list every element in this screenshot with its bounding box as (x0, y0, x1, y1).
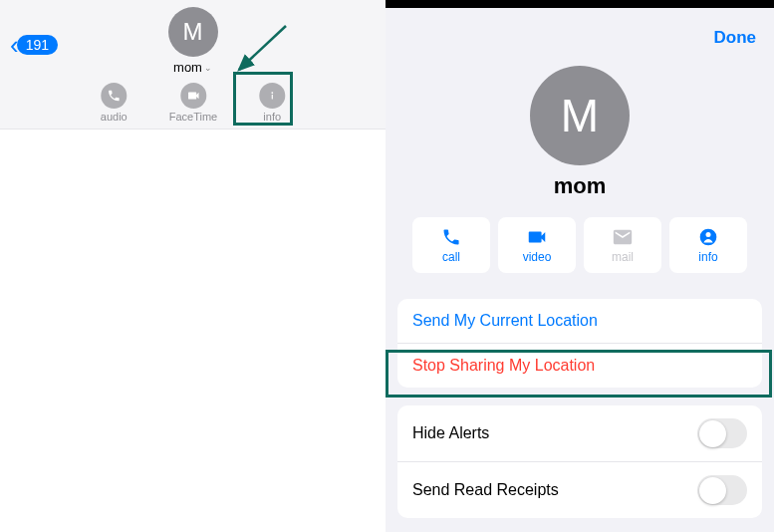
chevron-down-icon: ⌄ (204, 63, 212, 73)
contact-name: mom (386, 173, 774, 199)
svg-line-2 (239, 26, 286, 70)
settings-group: Hide Alerts Send Read Receipts (397, 405, 762, 518)
send-read-receipts-row: Send Read Receipts (397, 462, 762, 518)
video-icon (526, 226, 548, 248)
contact-avatar-large[interactable]: M (530, 66, 630, 165)
contact-name-dropdown[interactable]: mom ⌄ (173, 60, 212, 75)
mail-button: mail (584, 217, 661, 273)
tutorial-highlight-box (386, 350, 772, 398)
info-label: info (698, 250, 717, 264)
video-button[interactable]: video (498, 217, 576, 273)
tutorial-arrow-icon (221, 24, 291, 74)
video-icon (180, 83, 206, 109)
video-label: video (523, 250, 552, 264)
contact-name-label: mom (173, 60, 202, 75)
contact-avatar[interactable]: M (168, 7, 218, 57)
mail-label: mail (612, 250, 634, 264)
audio-call-button[interactable]: audio (101, 83, 128, 123)
status-bar (386, 0, 774, 8)
back-button[interactable]: ‹ 191 (10, 32, 58, 58)
done-button[interactable]: Done (714, 28, 757, 48)
person-icon (698, 226, 718, 248)
facetime-label: FaceTime (169, 111, 218, 123)
mail-icon (612, 226, 634, 248)
row-label: Send My Current Location (412, 312, 598, 330)
unread-badge: 191 (17, 35, 58, 55)
tutorial-highlight-box (233, 72, 293, 126)
hide-alerts-toggle[interactable] (697, 418, 747, 448)
phone-icon (101, 83, 127, 109)
sheet-content: Done M mom call video mail (386, 8, 774, 532)
send-current-location-row[interactable]: Send My Current Location (397, 299, 762, 344)
facetime-button[interactable]: FaceTime (169, 83, 218, 123)
svg-point-4 (706, 232, 711, 237)
avatar-initial: M (183, 18, 203, 46)
read-receipts-toggle[interactable] (697, 475, 747, 505)
contact-detail-sheet: Done M mom call video mail (386, 0, 774, 532)
conversation-header: ‹ 191 M mom ⌄ audio FaceTime (0, 0, 386, 130)
call-label: call (442, 250, 460, 264)
phone-icon (441, 226, 461, 248)
audio-label: audio (101, 111, 128, 123)
toggle-knob (699, 477, 726, 504)
call-button[interactable]: call (412, 217, 490, 273)
toggle-knob (699, 420, 726, 447)
hide-alerts-row: Hide Alerts (397, 405, 762, 462)
avatar-initial: M (561, 89, 599, 142)
messages-conversation-screen: ‹ 191 M mom ⌄ audio FaceTime (0, 0, 386, 532)
row-label: Hide Alerts (412, 424, 489, 442)
quick-action-row: call video mail info (386, 217, 774, 273)
row-label: Send Read Receipts (412, 481, 559, 499)
info-button[interactable]: info (669, 217, 747, 273)
